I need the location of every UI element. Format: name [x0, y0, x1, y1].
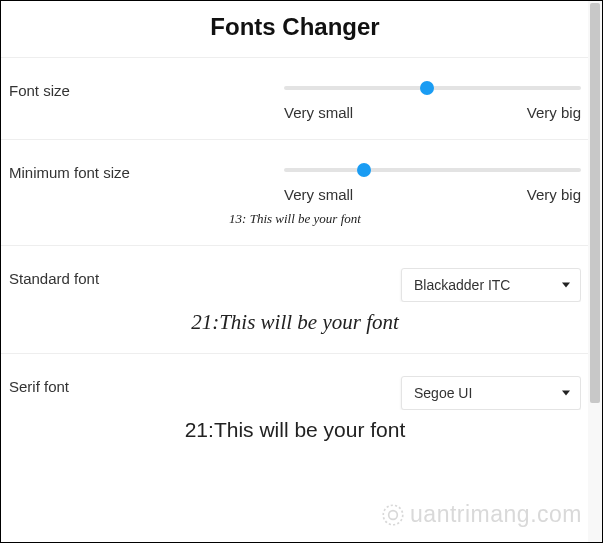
label-serif-font: Serif font: [9, 376, 284, 395]
section-serif-font: Serif font Segoe UI 21:This will be your…: [1, 353, 589, 460]
font-size-slider[interactable]: [284, 86, 581, 90]
standard-font-select[interactable]: Blackadder ITC: [401, 268, 581, 302]
standard-font-preview: 21:This will be your font: [9, 310, 581, 335]
label-font-size: Font size: [9, 80, 284, 99]
min-font-size-slider[interactable]: [284, 168, 581, 172]
standard-font-value: Blackadder ITC: [414, 277, 510, 293]
font-size-min-label: Very small: [284, 104, 353, 121]
label-standard-font: Standard font: [9, 268, 284, 287]
serif-font-value: Segoe UI: [414, 385, 472, 401]
serif-font-select[interactable]: Segoe UI: [401, 376, 581, 410]
font-size-max-label: Very big: [527, 104, 581, 121]
label-min-font-size: Minimum font size: [9, 162, 284, 181]
min-font-size-slider-thumb[interactable]: [357, 163, 371, 177]
serif-font-preview: 21:This will be your font: [9, 418, 581, 442]
page-title: Fonts Changer: [1, 1, 589, 57]
font-size-slider-thumb[interactable]: [420, 81, 434, 95]
caret-down-icon: [562, 391, 570, 396]
section-font-size: Font size Very small Very big: [1, 57, 589, 139]
min-font-size-preview: 13: This will be your font: [9, 211, 581, 227]
section-standard-font: Standard font Blackadder ITC 21:This wil…: [1, 245, 589, 353]
section-min-font-size: Minimum font size Very small Very big 13…: [1, 139, 589, 245]
min-font-size-max-label: Very big: [527, 186, 581, 203]
vertical-scrollbar[interactable]: [588, 1, 602, 542]
min-font-size-min-label: Very small: [284, 186, 353, 203]
caret-down-icon: [562, 283, 570, 288]
scrollbar-thumb[interactable]: [590, 3, 600, 403]
